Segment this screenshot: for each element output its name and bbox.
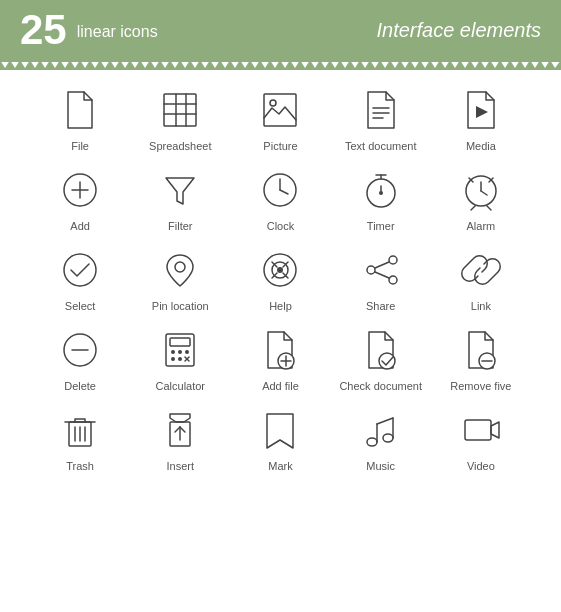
- svg-point-6: [270, 100, 276, 106]
- header-title: Interface elements: [376, 19, 541, 42]
- add-label: Add: [70, 220, 90, 232]
- icon-cell-pin-location: Pin location: [130, 240, 230, 316]
- add-file-icon: [254, 324, 306, 376]
- svg-line-75: [377, 418, 393, 424]
- alarm-icon: [455, 164, 507, 216]
- calculator-label: Calculator: [156, 380, 206, 392]
- icon-cell-clock: Clock: [230, 160, 330, 236]
- music-icon: [355, 404, 407, 456]
- filter-label: Filter: [168, 220, 192, 232]
- svg-point-49: [178, 350, 182, 354]
- icon-cell-file: File: [30, 80, 130, 156]
- svg-point-48: [171, 350, 175, 354]
- pin-location-icon: [154, 244, 206, 296]
- icon-cell-calculator: Calculator: [130, 320, 230, 396]
- divider: [0, 60, 561, 70]
- select-label: Select: [65, 300, 96, 312]
- svg-point-71: [367, 438, 377, 446]
- help-label: Help: [269, 300, 292, 312]
- remove-five-icon: [455, 324, 507, 376]
- icon-cell-help: Help: [230, 240, 330, 316]
- icon-cell-alarm: Alarm: [431, 160, 531, 236]
- icon-cell-video: Video: [431, 400, 531, 476]
- svg-point-41: [367, 266, 375, 274]
- svg-marker-70: [267, 414, 293, 448]
- alarm-label: Alarm: [467, 220, 496, 232]
- clock-icon: [254, 164, 306, 216]
- icon-cell-share: Share: [331, 240, 431, 316]
- spreadsheet-icon: [154, 84, 206, 136]
- svg-rect-5: [264, 94, 296, 126]
- svg-line-17: [280, 190, 288, 194]
- svg-marker-14: [166, 178, 194, 204]
- picture-icon: [254, 84, 306, 136]
- svg-line-29: [487, 206, 491, 210]
- text-document-label: Text document: [345, 140, 417, 152]
- svg-point-52: [178, 357, 182, 361]
- svg-line-42: [375, 262, 389, 268]
- share-label: Share: [366, 300, 395, 312]
- icon-cell-add: Add: [30, 160, 130, 236]
- video-icon: [455, 404, 507, 456]
- text-document-icon: [355, 84, 407, 136]
- insert-label: Insert: [167, 460, 195, 472]
- check-document-icon: [355, 324, 407, 376]
- svg-rect-0: [164, 94, 196, 126]
- share-icon: [355, 244, 407, 296]
- svg-marker-10: [476, 106, 488, 118]
- video-label: Video: [467, 460, 495, 472]
- picture-label: Picture: [263, 140, 297, 152]
- icon-cell-remove-five: Remove five: [431, 320, 531, 396]
- icon-cell-link: Link: [431, 240, 531, 316]
- svg-line-25: [481, 191, 487, 195]
- link-label: Link: [471, 300, 491, 312]
- svg-point-72: [383, 434, 393, 442]
- spreadsheet-label: Spreadsheet: [149, 140, 211, 152]
- header: 25 linear icons Interface elements: [0, 0, 561, 60]
- svg-point-50: [185, 350, 189, 354]
- trash-label: Trash: [66, 460, 94, 472]
- icon-cell-spreadsheet: Spreadsheet: [130, 80, 230, 156]
- icon-cell-media: Media: [431, 80, 531, 156]
- file-label: File: [71, 140, 89, 152]
- delete-label: Delete: [64, 380, 96, 392]
- link-icon: [455, 244, 507, 296]
- remove-five-label: Remove five: [450, 380, 511, 392]
- mark-icon: [254, 404, 306, 456]
- icon-cell-insert: Insert: [130, 400, 230, 476]
- timer-label: Timer: [367, 220, 395, 232]
- music-label: Music: [366, 460, 395, 472]
- icon-cell-delete: Delete: [30, 320, 130, 396]
- pin-location-label: Pin location: [152, 300, 209, 312]
- svg-point-30: [64, 254, 96, 286]
- icon-cell-filter: Filter: [130, 160, 230, 236]
- icon-cell-check-document: Check document: [331, 320, 431, 396]
- icon-cell-timer: Timer: [331, 160, 431, 236]
- svg-line-28: [471, 206, 475, 210]
- delete-icon: [54, 324, 106, 376]
- svg-point-40: [389, 276, 397, 284]
- media-label: Media: [466, 140, 496, 152]
- add-icon: [54, 164, 106, 216]
- insert-icon: [154, 404, 206, 456]
- calculator-icon: [154, 324, 206, 376]
- icon-cell-music: Music: [331, 400, 431, 476]
- trash-icon: [54, 404, 106, 456]
- svg-point-34: [277, 267, 283, 273]
- help-icon: [254, 244, 306, 296]
- svg-rect-47: [170, 338, 190, 346]
- icon-cell-picture: Picture: [230, 80, 330, 156]
- header-number: 25: [20, 9, 67, 51]
- icon-cell-add-file: Add file: [230, 320, 330, 396]
- icon-cell-trash: Trash: [30, 400, 130, 476]
- icon-cell-text-document: Text document: [331, 80, 431, 156]
- add-file-label: Add file: [262, 380, 299, 392]
- clock-label: Clock: [267, 220, 295, 232]
- icon-cell-mark: Mark: [230, 400, 330, 476]
- timer-icon: [355, 164, 407, 216]
- svg-point-51: [171, 357, 175, 361]
- select-icon: [54, 244, 106, 296]
- mark-label: Mark: [268, 460, 292, 472]
- svg-rect-76: [465, 420, 491, 440]
- svg-point-22: [379, 191, 383, 195]
